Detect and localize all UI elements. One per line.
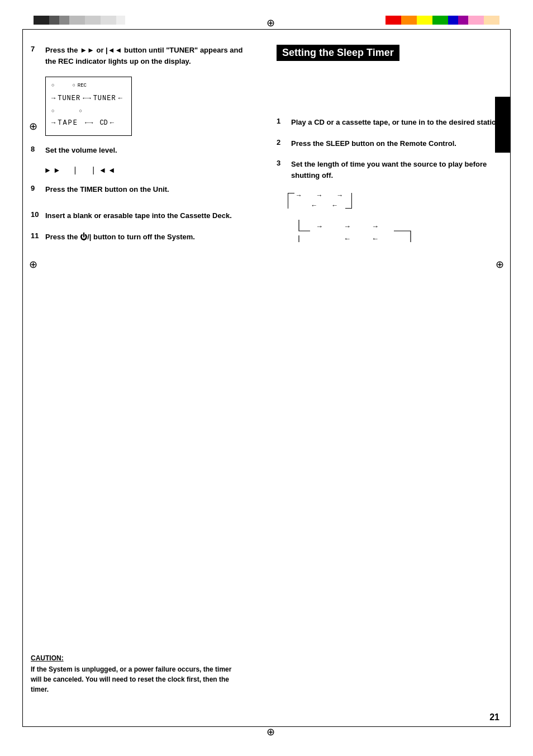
- reg-mark-top-center: ⊕: [266, 17, 275, 29]
- volume-symbols: ►► | |◄◄: [45, 166, 249, 175]
- right-step-1-text: Play a CD or a cassette tape, or tune in…: [291, 117, 503, 128]
- page-number: 21: [489, 712, 499, 722]
- caution-text: If the System is unplugged, or a power f…: [31, 664, 243, 694]
- reg-mark-left2: ⊕: [29, 258, 37, 271]
- top-bar-left: [34, 16, 125, 25]
- step-8: 8 Set the volume level.: [31, 145, 249, 156]
- step-7-number: 7: [31, 45, 42, 53]
- step-7: 7 Press the ►► or |◄◄ button until "TUNE…: [31, 45, 249, 67]
- right-step-2-number: 2: [277, 138, 288, 147]
- step-10: 10 Insert a blank or erasable tape into …: [31, 210, 249, 221]
- top-border: [22, 29, 511, 30]
- right-step-3-text: Set the length of time you want the sour…: [291, 159, 511, 181]
- svg-text:→: →: [344, 222, 351, 230]
- caution-title: CAUTION:: [31, 654, 243, 662]
- step-9: 9 Press the TIMER button on the Unit.: [31, 184, 249, 195]
- right-step-1: 1 Play a CD or a cassette tape, or tune …: [277, 117, 511, 128]
- svg-text:→: →: [316, 222, 323, 230]
- left-border: [22, 29, 23, 727]
- right-step-2: 2 Press the SLEEP button on the Remote C…: [277, 138, 511, 149]
- reg-mark-bottom-center: ⊕: [266, 726, 275, 738]
- svg-text:←: ←: [344, 234, 351, 243]
- caution-section: CAUTION: If the System is unplugged, or …: [31, 654, 243, 694]
- step-8-number: 8: [31, 145, 42, 153]
- step-9-number: 9: [31, 184, 42, 192]
- step-7-text: Press the ►► or |◄◄ button until "TUNER"…: [45, 45, 249, 67]
- step-9-text: Press the TIMER button on the Unit.: [45, 184, 169, 195]
- right-step-3: 3 Set the length of time you want the so…: [277, 159, 511, 181]
- svg-text:←: ←: [372, 234, 379, 243]
- step-11: 11 Press the ⏻/| button to turn off the …: [31, 231, 249, 243]
- step-11-number: 11: [31, 231, 42, 240]
- top-bar-right: [386, 16, 499, 25]
- right-step-2-text: Press the SLEEP button on the Remote Con…: [291, 138, 456, 149]
- section-heading: Setting the Sleep Timer: [277, 45, 399, 61]
- right-column: Setting the Sleep Timer 1 Play a CD or a…: [277, 45, 511, 248]
- bottom-border: [22, 726, 511, 727]
- right-step-1-number: 1: [277, 117, 288, 125]
- right-step-3-number: 3: [277, 159, 288, 167]
- sleep-flow-svg: → → → ← ←: [288, 214, 433, 248]
- step-11-text: Press the ⏻/| button to turn off the Sys…: [45, 231, 195, 243]
- reg-mark-right2: ⊕: [496, 258, 504, 271]
- left-column: 7 Press the ►► or |◄◄ button until "TUNE…: [31, 45, 249, 252]
- tuner-tape-diagram: ○ ○ REC → TUNER ←→ TUNER ← ○ ○ → TAP: [45, 77, 249, 136]
- sleep-diagram: → → → ← ← → → → ← ←: [288, 192, 511, 248]
- step-10-text: Insert a blank or erasable tape into the…: [45, 210, 232, 221]
- step-10-number: 10: [31, 210, 42, 219]
- svg-text:→: →: [372, 222, 379, 230]
- step-8-text: Set the volume level.: [45, 145, 117, 156]
